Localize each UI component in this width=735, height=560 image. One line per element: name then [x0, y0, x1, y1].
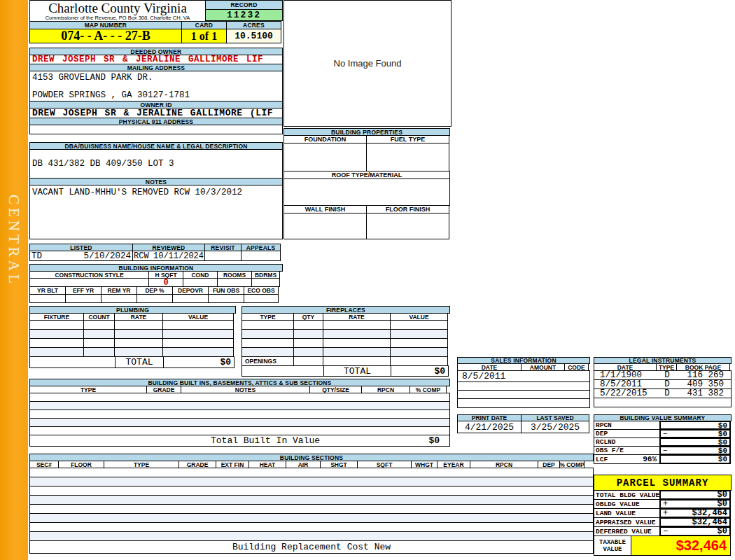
vs-amount: $0 [718, 438, 727, 447]
appeals-value [241, 251, 281, 261]
legal-book-page: 116 269 [678, 370, 731, 380]
depovr-value [172, 294, 209, 303]
card-value: 1 of 1 [181, 29, 227, 43]
header-block: Charlotte County Virginia Commissioner o… [29, 0, 283, 43]
sale-row-date: 8/5/2011 [457, 370, 590, 382]
fireplaces-total-value: $0 [391, 365, 449, 377]
ps-op: + [663, 499, 668, 509]
region-band-label: CENTRAL [5, 195, 22, 335]
record-box: RECORD 11232 [205, 0, 283, 22]
dba-value: DB 431/382 DB 409/350 LOT 3 [29, 149, 283, 178]
county-title: Charlotte County Virginia [48, 1, 187, 15]
photo-placeholder: No Image Found [284, 0, 451, 127]
fuel-type-value [366, 143, 449, 172]
remyr-value [101, 294, 137, 303]
owner-id-value: DREW JOSEPH SR & JERALINE GALLIMORE (LIF [29, 108, 283, 118]
ps-amount: $32,464 [692, 517, 727, 527]
mailing-line1: 4153 GROVELAND PARK DR. [32, 73, 153, 83]
vs-op: − [663, 430, 668, 438]
vs-pct: 96% [643, 455, 657, 463]
deeded-owner-value: DREW JOSEPH SR & JERALINE GALLIMORE LIF [29, 55, 283, 64]
owner-block: DEEDED OWNER DREW JOSEPH SR & JERALINE G… [29, 48, 283, 134]
ps-row-label: LAND VALUE [594, 508, 660, 518]
revisit-value [204, 251, 241, 261]
table-row [29, 486, 594, 496]
built-ins-total-label: Total Built In Value [211, 435, 320, 446]
built-ins-total-row: Total Built In Value $0 [29, 435, 450, 447]
ps-row-value: $32,464 [659, 517, 731, 527]
legal-row: 8/5/2011 D 409 350 [594, 379, 732, 389]
table-row [29, 495, 594, 505]
description-block: DBA/BUISNESS NAME/HOUSE NAME & LEGAL DES… [29, 142, 283, 239]
ps-op: − [663, 526, 668, 536]
parcel-summary-label: PARCEL SUMMARY [594, 475, 732, 491]
listed-value: TD 5/10/2024 [29, 251, 133, 261]
dep-value [136, 294, 173, 303]
legal-type: D [657, 370, 678, 380]
record-value: 11232 [205, 9, 283, 21]
table-row [29, 513, 594, 523]
floor-finish-value [366, 213, 449, 239]
fireplaces-table: FIREPLACES TYPE QTY RATE VALUE OPENINGS … [241, 306, 450, 377]
vs-amount: $0 [718, 421, 727, 430]
table-row [29, 468, 594, 477]
building-value-summary: BUILDING VALUE SUMMARY RPCN $0 DEP − $0 … [594, 414, 732, 464]
wall-finish-value [284, 213, 367, 239]
taxable-value-amount: $32,464 [631, 536, 731, 556]
legal-row: 5/22/2015 D 431 382 [594, 388, 732, 398]
vs-amount: $0 [718, 447, 727, 455]
yrblt-value [29, 294, 66, 303]
legal-book-page: 431 382 [678, 388, 731, 398]
vs-amount: $0 [718, 455, 727, 463]
plumbing-total-label: TOTAL [115, 356, 164, 368]
review-block: LISTED REVIEWED REVISIT APPEALS TD 5/10/… [29, 244, 283, 261]
table-row [29, 477, 594, 486]
map-number-value: 074- - A- - - 27-B [29, 29, 182, 43]
fireplaces-total-label: TOTAL [323, 365, 391, 377]
ps-amount: $0 [718, 490, 727, 500]
vs-name: LCF [596, 456, 608, 463]
ps-row-value: $0 [659, 490, 731, 500]
county-title-box: Charlotte County Virginia Commissioner o… [29, 0, 206, 22]
mailing-address-box: 4153 GROVELAND PARK DR. POWDER SPRINGS ,… [29, 71, 283, 102]
building-sections-table: BUILDING SECTIONS SEC# FLOOR TYPE GRADE … [29, 454, 594, 554]
reviewed-value: RCW 10/11/2024 [132, 251, 205, 261]
print-date-value: 4/21/2025 [457, 421, 522, 433]
roof-value [284, 178, 450, 206]
region-band: CENTRAL [0, 0, 28, 560]
building-info-block: BUILDING INFORMATION CONSTRUCTION STYLE … [29, 264, 283, 303]
ps-row-label: OBLDG VALUE [594, 499, 660, 509]
acres-value: 10.5100 [226, 29, 281, 43]
photo-placeholder-text: No Image Found [334, 58, 402, 69]
dates-block: PRINT DATE LAST SAVED 4/21/2025 3/25/202… [457, 414, 590, 433]
parcel-summary: PARCEL SUMMARY TOTAL BLDG VALUE $0 OBLDG… [594, 475, 732, 556]
mailing-line2: POWDER SPRINGS , GA 30127-1781 [32, 90, 190, 100]
building-properties-table: BUILDING PROPERTIES FOUNDATION FUEL TYPE… [284, 128, 450, 239]
legal-date: 8/5/2011 [594, 379, 657, 389]
table-row [29, 504, 594, 514]
effyr-value [65, 294, 102, 303]
plumbing-total-value: $0 [163, 356, 234, 368]
built-ins-total-value: $0 [428, 435, 440, 446]
ps-row-label: TOTAL BLDG VALUE [594, 490, 660, 500]
replacement-cost-label: Building Replacement Cost New [29, 540, 594, 554]
vs-op: − [663, 447, 668, 455]
table-row [29, 522, 594, 532]
ps-amount: $0 [718, 526, 727, 536]
ps-row-label: APPRAISED VALUE [594, 517, 660, 527]
ps-amount: $32,464 [692, 508, 727, 518]
county-subtitle: Commissioner of the Revenue, PO Box 308,… [46, 15, 190, 21]
ps-row-value: + $32,464 [659, 508, 731, 518]
table-row [457, 398, 590, 408]
taxable-value-label: TAXABLE VALUE [594, 536, 631, 556]
ps-op: + [663, 508, 668, 518]
reviewed-date: 10/11/2024 [153, 251, 204, 261]
ps-amount: $0 [718, 499, 727, 509]
foundation-value [284, 143, 367, 172]
listed-date: 5/10/2024 [83, 251, 131, 261]
vs-row-label: LCF 96% [594, 454, 660, 464]
ecoobs-value [244, 294, 279, 303]
ps-row-value: − $0 [659, 526, 731, 536]
built-ins-table: BUILDING BUILT INS, BASEMENTS, ATTICS & … [29, 379, 450, 447]
legal-date: 1/1/1900 [594, 370, 657, 380]
